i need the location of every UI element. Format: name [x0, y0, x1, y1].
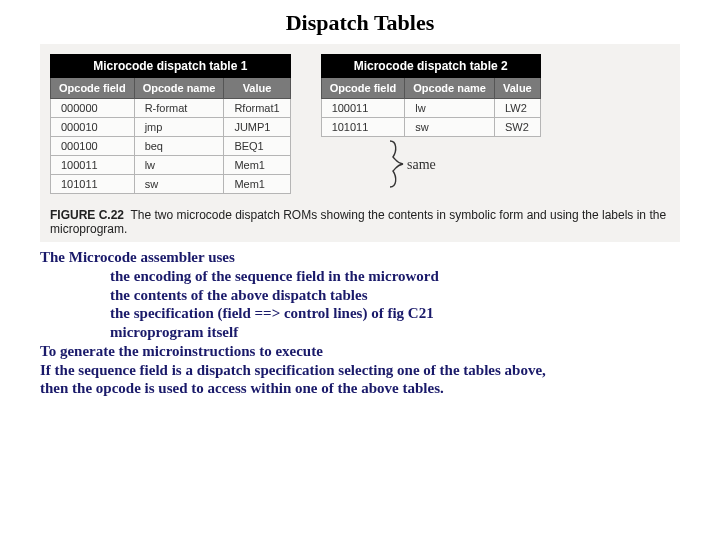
cell: beq [134, 137, 224, 156]
col-header: Opcode field [321, 78, 405, 99]
cell: lw [405, 99, 495, 118]
table-row: 100011 lw Mem1 [51, 156, 291, 175]
cell: sw [134, 175, 224, 194]
dispatch-table-2: Microcode dispatch table 2 Opcode field … [321, 54, 541, 137]
notes-block: The Microcode assembler uses the encodin… [40, 248, 680, 398]
cell: JUMP1 [224, 118, 290, 137]
table-row: Opcode field Opcode name Value [321, 78, 540, 99]
notes-bullet: the contents of the above dispatch table… [40, 286, 680, 305]
table-row: 000000 R-format Rformat1 [51, 99, 291, 118]
cell: Mem1 [224, 156, 290, 175]
cell: 100011 [321, 99, 405, 118]
table-row: 000010 jmp JUMP1 [51, 118, 291, 137]
cell: sw [405, 118, 495, 137]
cell: jmp [134, 118, 224, 137]
cell: 101011 [321, 118, 405, 137]
cell: 000000 [51, 99, 135, 118]
tables-row: Microcode dispatch table 1 Opcode field … [50, 54, 670, 194]
page: Dispatch Tables Microcode dispatch table… [0, 10, 720, 540]
cell: 000100 [51, 137, 135, 156]
col-header: Opcode field [51, 78, 135, 99]
cell: Rformat1 [224, 99, 290, 118]
table-row: Opcode field Opcode name Value [51, 78, 291, 99]
col-header: Opcode name [405, 78, 495, 99]
caption-label: FIGURE C.22 [50, 208, 124, 222]
notes-line: If the sequence field is a dispatch spec… [40, 362, 546, 378]
table-row: Microcode dispatch table 1 [51, 55, 291, 78]
notes-line: To generate the microinstructions to exe… [40, 343, 323, 359]
cell: 101011 [51, 175, 135, 194]
figure-caption: FIGURE C.22 The two microcode dispatch R… [50, 208, 670, 236]
notes-bullet: microprogram itself [40, 323, 680, 342]
cell: BEQ1 [224, 137, 290, 156]
cell: lw [134, 156, 224, 175]
cell: 100011 [51, 156, 135, 175]
page-title: Dispatch Tables [0, 10, 720, 36]
table-row: 000100 beq BEQ1 [51, 137, 291, 156]
figure-area: Microcode dispatch table 1 Opcode field … [40, 44, 680, 242]
table-row: 101011 sw SW2 [321, 118, 540, 137]
notes-bullet: the encoding of the sequence field in th… [40, 267, 680, 286]
table-row: 100011 lw LW2 [321, 99, 540, 118]
dispatch-table-1: Microcode dispatch table 1 Opcode field … [50, 54, 291, 194]
table1-title: Microcode dispatch table 1 [51, 55, 291, 78]
cell: R-format [134, 99, 224, 118]
cell: SW2 [495, 118, 541, 137]
caption-text: The two microcode dispatch ROMs showing … [50, 208, 666, 236]
table-row: 101011 sw Mem1 [51, 175, 291, 194]
table-row: Microcode dispatch table 2 [321, 55, 540, 78]
table2-title: Microcode dispatch table 2 [321, 55, 540, 78]
cell: LW2 [495, 99, 541, 118]
col-header: Value [495, 78, 541, 99]
cell: Mem1 [224, 175, 290, 194]
notes-bullet: the specification (field ==> control lin… [40, 304, 680, 323]
notes-line: then the opcode is used to access within… [40, 380, 444, 396]
cell: 000010 [51, 118, 135, 137]
col-header: Value [224, 78, 290, 99]
notes-line: The Microcode assembler uses [40, 249, 235, 265]
col-header: Opcode name [134, 78, 224, 99]
